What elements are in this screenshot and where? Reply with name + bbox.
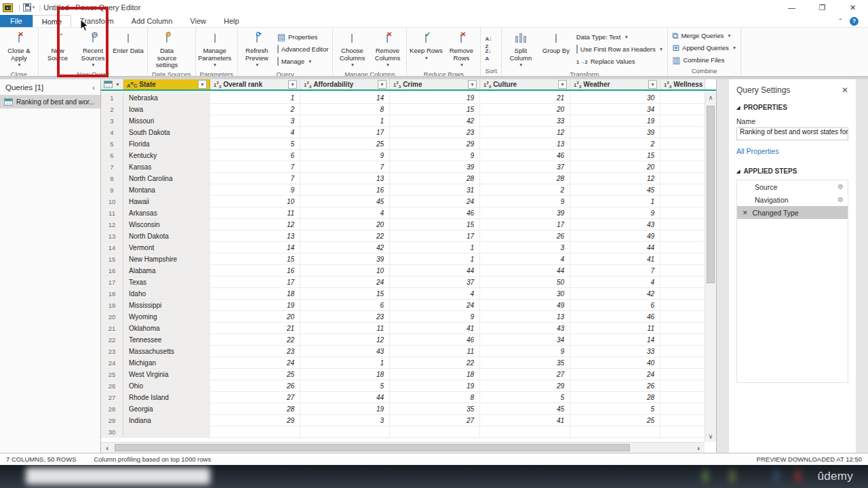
ribbon-button-advanced-editor[interactable]: Advanced Editor <box>275 43 332 56</box>
scroll-right-icon[interactable]: › <box>692 444 705 452</box>
ribbon-button-enter-data[interactable]: Enter Data <box>111 28 146 70</box>
grid-header-affordability[interactable]: 123Affordability▼ <box>300 79 390 89</box>
grid-cell: Nebraska <box>123 92 210 103</box>
ribbon-button-manage-parameters[interactable]: Manage Parameters▼ <box>197 28 233 70</box>
ribbon-button-keep-rows[interactable]: ✓Keep Rows▼ <box>408 28 443 70</box>
grid-cell: 25 <box>210 369 300 380</box>
ribbon-button-merge-queries[interactable]: ⧉Merge Queries▼ <box>669 30 739 42</box>
ribbon-group-parameters: Manage Parameters▼Parameters <box>196 28 238 76</box>
scroll-up-icon[interactable]: ∧ <box>705 92 716 103</box>
select-all-cell[interactable]: ▼ <box>101 79 123 89</box>
ribbon-button-combine-files[interactable]: ▥Combine Files <box>669 54 739 66</box>
grid-cell: 30 <box>480 288 570 299</box>
append-queries-icon: ⊞ <box>672 43 679 52</box>
scroll-left-icon[interactable]: ‹ <box>101 444 113 452</box>
grid-cell: Wisconsin <box>123 219 210 230</box>
ribbon-group-transform: Split Column▼Group ByData Type: Text▼Use… <box>502 28 668 76</box>
ribbon-button-sort-descending-icon[interactable]: Z↓A <box>482 48 494 60</box>
ribbon-button-choose-columns[interactable]: Choose Columns▼ <box>334 28 370 70</box>
ribbon-button-refresh-preview[interactable]: ⟳Refresh Preview▼ <box>239 28 275 70</box>
query-list-item[interactable]: Ranking of best and wor... <box>0 95 100 108</box>
grid-cell: Indiana <box>123 415 210 426</box>
ribbon-button-manage[interactable]: Manage▼ <box>275 56 332 68</box>
filter-icon[interactable]: ▼ <box>378 80 387 89</box>
grid-cell: 15 <box>300 288 390 299</box>
ribbon-button-use-first-row-as-headers[interactable]: Use First Row as Headers▼ <box>574 43 666 56</box>
grid-cell: 18 <box>390 369 480 380</box>
ribbon-button-close-apply[interactable]: ✕Close & Apply▼ <box>1 28 37 70</box>
horizontal-scrollbar-thumb[interactable] <box>115 444 630 451</box>
grid-header-crime[interactable]: 123Crime▼ <box>390 79 480 89</box>
grid-cell: 2 <box>570 138 660 149</box>
tab-view[interactable]: View <box>181 15 215 27</box>
grid-header-overall-rank[interactable]: 123Overall rank▼ <box>210 79 300 89</box>
grid-cell: 27 <box>210 392 300 403</box>
gear-icon[interactable]: ⚙ <box>837 196 844 203</box>
filter-icon[interactable]: ▼ <box>648 80 657 89</box>
number-type-icon: 123 <box>304 80 311 89</box>
restore-button[interactable]: ❐ <box>807 0 837 15</box>
filter-icon[interactable]: ▼ <box>558 80 567 89</box>
grid-cell: 13 <box>210 230 300 241</box>
applied-step-source[interactable]: Source⚙ <box>737 180 848 193</box>
ribbon-button-group-by[interactable]: Group By <box>538 28 574 70</box>
tab-help[interactable]: Help <box>215 15 248 27</box>
name-input[interactable]: Ranking of best and worst states for ret… <box>736 127 848 140</box>
grid-cell: 14 <box>570 334 660 345</box>
ribbon-button-replace-values[interactable]: 1→2Replace Values <box>574 56 666 68</box>
ribbon-button-remove-rows[interactable]: ✕Remove Rows▼ <box>443 28 479 70</box>
ribbon-button-remove-columns[interactable]: ✕Remove Columns▼ <box>370 28 405 70</box>
tab-add-column[interactable]: Add Column <box>123 15 182 27</box>
grid-cell: 27 <box>390 415 480 426</box>
scroll-down-icon[interactable]: ∨ <box>705 431 716 442</box>
ribbon-button-properties[interactable]: ▤Properties <box>275 31 332 43</box>
vertical-scrollbar-thumb[interactable] <box>707 106 715 283</box>
table-row: 29Indiana293274125 <box>101 415 716 426</box>
grid-cell: 44 <box>390 265 480 276</box>
grid-cell <box>660 173 705 184</box>
applied-step-changed-type[interactable]: ✕Changed Type <box>737 206 848 219</box>
number-type-icon: 123 <box>484 80 491 89</box>
applied-step-navigation[interactable]: Navigation⚙ <box>737 193 848 206</box>
close-settings-panel-icon[interactable]: ✕ <box>842 85 848 95</box>
help-icon[interactable]: ? <box>850 17 859 26</box>
row-number: 11 <box>101 207 123 218</box>
grid-cell: Alabama <box>123 265 210 276</box>
filter-icon[interactable]: ▼ <box>288 80 297 89</box>
grid-header-wellness[interactable]: 123Wellness <box>660 79 705 89</box>
grid-header-weather[interactable]: 123Weather▼ <box>570 79 660 89</box>
grid-cell: 44 <box>480 265 570 276</box>
close-button[interactable]: ✕ <box>837 0 868 15</box>
grid-cell: 44 <box>300 392 390 403</box>
ribbon-button-data-source-settings[interactable]: ⚙Data source settings <box>149 28 184 70</box>
minimize-button[interactable]: — <box>776 0 807 15</box>
grid-rows: 1Nebraska1141921302Iowa281520343Missouri… <box>101 92 716 453</box>
quick-access-dropdown-icon[interactable]: ▾ <box>33 5 35 10</box>
collapse-ribbon-icon[interactable]: ⌃ <box>837 18 843 24</box>
horizontal-scrollbar[interactable]: ‹ › <box>101 442 705 453</box>
table-row: 1Nebraska114192130 <box>101 92 716 104</box>
grid-header-state[interactable]: ABCState▼ <box>123 79 210 89</box>
ribbon-group-manage-columns: Choose Columns▼✕Remove Columns▼Manage Co… <box>333 28 407 76</box>
grid-cell: 28 <box>480 173 570 184</box>
gear-icon[interactable]: ⚙ <box>837 183 844 190</box>
save-icon[interactable] <box>23 3 31 12</box>
ribbon-group-label: Transform <box>503 70 666 77</box>
grid-cell: 8 <box>300 104 390 115</box>
collapse-applied-steps-icon[interactable]: ◢ <box>736 169 740 174</box>
filter-icon[interactable]: ▼ <box>468 80 477 89</box>
grid-cell: 4 <box>210 127 300 138</box>
grid-cell <box>660 242 705 253</box>
grid-header-culture[interactable]: 123Culture▼ <box>480 79 570 89</box>
collapse-queries-panel-icon[interactable]: ‹ <box>92 83 95 92</box>
collapse-properties-icon[interactable]: ◢ <box>736 105 740 110</box>
row-number: 24 <box>101 357 123 368</box>
ribbon-button-append-queries[interactable]: ⊞Append Queries▼ <box>669 42 739 54</box>
vertical-scrollbar[interactable]: ∧ ∨ <box>705 92 716 442</box>
filter-icon[interactable]: ▼ <box>198 80 207 89</box>
delete-step-icon[interactable]: ✕ <box>743 209 748 216</box>
ribbon-button-data-type-text[interactable]: Data Type: Text▼ <box>574 31 666 43</box>
tab-file[interactable]: File <box>0 15 33 27</box>
all-properties-link[interactable]: All Properties <box>736 147 848 155</box>
ribbon-button-split-column[interactable]: Split Column▼ <box>503 28 538 70</box>
